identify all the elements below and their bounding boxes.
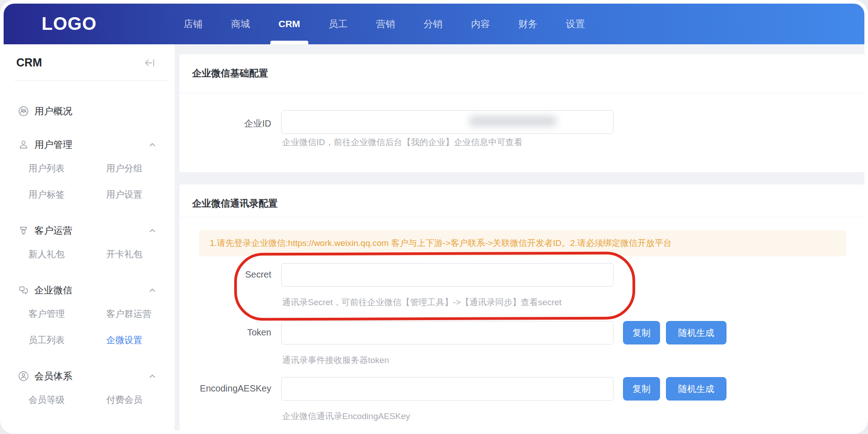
sidebar-subitem-user-setting[interactable]: 用户设置 — [106, 181, 175, 208]
sidebar-subitem-wework-settings[interactable]: 企微设置 — [106, 327, 175, 353]
sidebar-item-user-overview[interactable]: 用户概况 — [4, 101, 175, 122]
token-input[interactable] — [281, 321, 613, 344]
chevron-up-icon[interactable] — [148, 372, 156, 380]
sidebar-item-label: 用户概况 — [34, 105, 156, 118]
sidebar-title: CRM — [16, 56, 42, 69]
aeskey-input[interactable] — [281, 377, 613, 401]
sidebar-subitem-user-tag[interactable]: 用户标签 — [28, 181, 106, 208]
nav-tab-mall[interactable]: 商城 — [230, 4, 251, 44]
member-icon — [18, 371, 29, 382]
sidebar-subitem-paid-member[interactable]: 付费会员 — [106, 387, 175, 413]
nav-tab-crm[interactable]: CRM — [278, 4, 301, 44]
sidebar-item-label: 客户运营 — [34, 224, 148, 237]
wework-chat-icon — [18, 285, 29, 296]
secret-input[interactable] — [281, 263, 613, 287]
nav-tab-marketing[interactable]: 营销 — [375, 4, 396, 44]
sidebar-subitem-user-group[interactable]: 用户分组 — [106, 155, 175, 181]
main-content: 企业微信基础配置 企业ID 企业微信ID，前往企业微信后台【我的企业】企业信息中… — [179, 44, 864, 430]
token-random-generate-button[interactable]: 随机生成 — [666, 321, 726, 344]
section-wework-contacts-config: 企业微信通讯录配置 1.请先登录企业微信:https://work.weixin… — [179, 184, 864, 430]
chevron-up-icon[interactable] — [148, 141, 156, 149]
secret-help: 通讯录Secret，可前往企业微信【管理工具】->【通讯录同步】查看secret — [282, 297, 561, 308]
corp-id-label: 企业ID — [179, 118, 271, 130]
nav-tab-store[interactable]: 店铺 — [183, 4, 203, 44]
sidebar-collapse-button[interactable] — [144, 57, 156, 69]
chevron-up-icon[interactable] — [148, 286, 156, 294]
nav-tab-settings[interactable]: 设置 — [565, 4, 586, 44]
sidebar-subitem-customer-management[interactable]: 客户管理 — [28, 301, 106, 327]
token-help: 通讯录事件接收服务器token — [282, 354, 389, 366]
section-divider — [179, 217, 864, 217]
sidebar-item-label: 会员体系 — [34, 370, 148, 382]
secret-label: Secret — [179, 269, 271, 280]
corp-id-input[interactable] — [281, 110, 613, 134]
customer-operation-icon — [18, 225, 29, 236]
sidebar-item-label: 用户管理 — [34, 138, 148, 151]
section-title: 企业微信通讯录配置 — [192, 197, 278, 210]
nav-tab-distribution[interactable]: 分销 — [423, 4, 443, 44]
corp-id-help: 企业微信ID，前往企业微信后台【我的企业】企业信息中可查看 — [282, 137, 523, 148]
sidebar-subitem-card-gift[interactable]: 开卡礼包 — [106, 241, 175, 267]
token-copy-button[interactable]: 复制 — [623, 321, 660, 344]
app-window: LOGO 店铺 商城 CRM 员工 营销 分销 内容 财务 设置 CRM — [4, 4, 864, 430]
sidebar-subitem-staff-list[interactable]: 员工列表 — [28, 327, 106, 353]
sidebar-subitem-customer-group-operation[interactable]: 客户群运营 — [106, 301, 175, 327]
token-label: Token — [179, 327, 271, 338]
sidebar-item-user-management[interactable]: 用户管理 — [4, 134, 175, 155]
nav-tab-staff[interactable]: 员工 — [328, 4, 349, 44]
sidebar-item-membership[interactable]: 会员体系 — [4, 366, 175, 387]
top-nav-bar: LOGO 店铺 商城 CRM 员工 营销 分销 内容 财务 设置 — [4, 4, 864, 44]
sidebar: CRM — [4, 44, 175, 430]
nav-tab-finance[interactable]: 财务 — [518, 4, 538, 44]
sidebar-item-wework[interactable]: 企业微信 — [4, 280, 175, 301]
section-wework-basic-config: 企业微信基础配置 企业ID 企业微信ID，前往企业微信后台【我的企业】企业信息中… — [179, 54, 864, 172]
logo: LOGO — [42, 14, 97, 34]
aeskey-label: EncodingAESKey — [179, 383, 271, 394]
user-icon — [18, 139, 29, 150]
sidebar-item-customer-operation[interactable]: 客户运营 — [4, 220, 175, 241]
primary-nav: 店铺 商城 CRM 员工 营销 分销 内容 财务 设置 — [183, 4, 586, 44]
chevron-up-icon[interactable] — [148, 226, 156, 235]
notice-banner: 1.请先登录企业微信:https://work.weixin.qq.com 客户… — [199, 230, 846, 256]
sidebar-menu: 用户概况 用户管理 — [4, 81, 175, 413]
collapse-left-icon — [144, 57, 156, 69]
users-overview-icon — [18, 106, 29, 117]
aeskey-random-generate-button[interactable]: 随机生成 — [666, 377, 726, 401]
section-title: 企业微信基础配置 — [192, 67, 268, 80]
nav-tab-content[interactable]: 内容 — [470, 4, 491, 44]
sidebar-subitem-member-level[interactable]: 会员等级 — [28, 387, 106, 413]
sidebar-item-label: 企业微信 — [34, 284, 148, 297]
aeskey-help: 企业微信通讯录EncodingAESKey — [282, 410, 410, 422]
sidebar-subitem-newcomer-gift[interactable]: 新人礼包 — [28, 241, 106, 267]
aeskey-copy-button[interactable]: 复制 — [623, 377, 660, 401]
section-divider — [179, 93, 864, 93]
sidebar-subitem-user-list[interactable]: 用户列表 — [28, 155, 106, 181]
